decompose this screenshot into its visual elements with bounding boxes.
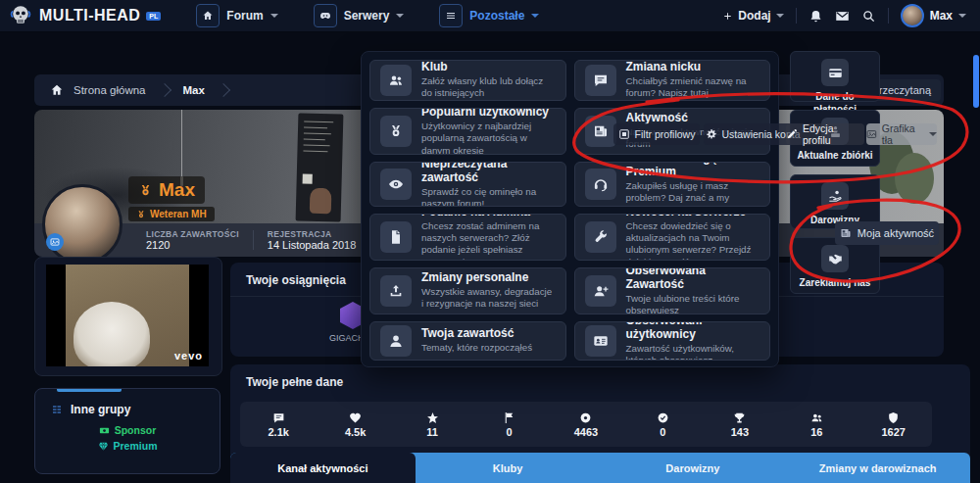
medal-icon	[136, 210, 146, 219]
stat-flags: 0	[470, 411, 547, 438]
scrollbar-thumb[interactable]	[973, 55, 979, 108]
medal-icon	[138, 183, 153, 198]
quick-menu: Dane do płatności Aktualne zbiórki Darow…	[790, 51, 880, 294]
cover-poster	[296, 113, 344, 221]
group-item-premium[interactable]: Premium	[35, 440, 220, 452]
stat-solved: 0	[624, 411, 701, 438]
chevron-down-icon	[531, 14, 539, 18]
flag-icon	[503, 411, 515, 424]
user-name: Max	[930, 9, 953, 23]
divider	[796, 8, 797, 24]
menu-item-zmiana-nicku[interactable]: Zmiana nickuChciałbyś zmienić nazwę na f…	[574, 60, 771, 101]
news-icon	[593, 123, 609, 139]
menu-item-zmiany-personalne[interactable]: Zmiany personalneWszystkie awansy, degra…	[369, 267, 566, 314]
upload-icon	[388, 283, 404, 299]
stats-row: 2.1k 4.5k 11 0 4463 0 143 16 1627	[240, 402, 932, 447]
wrench-icon	[593, 229, 609, 245]
stat-stars: 11	[394, 411, 470, 438]
menu-item-popularni[interactable]: Popularni użytkownicyUżytkownicy z najba…	[369, 108, 566, 155]
brand[interactable]: MULTI-HEAD PL	[0, 3, 161, 28]
group-item-sponsor[interactable]: Sponsor	[35, 424, 220, 436]
menu-item-dane-platnosci[interactable]: Dane do płatności	[790, 51, 880, 102]
chevron-down-icon	[270, 14, 278, 18]
nav-item-serwery[interactable]: Serwery	[314, 4, 405, 27]
search-icon[interactable]	[861, 9, 876, 24]
headset-icon	[593, 176, 609, 192]
handshake-icon	[828, 252, 843, 266]
nav-label-forum: Forum	[226, 9, 263, 23]
gem-icon	[98, 441, 109, 452]
chevron-down-icon	[776, 14, 784, 18]
chevron-right-icon	[217, 83, 230, 97]
groups-title: Inne grupy	[71, 403, 130, 416]
user-plus-icon	[593, 283, 609, 299]
pozostale-dropdown: KlubZałóż własny klub lub dołącz do istn…	[361, 51, 779, 367]
users-icon	[810, 411, 823, 424]
user-menu[interactable]: Max	[901, 4, 966, 27]
shield-icon	[887, 411, 900, 424]
disc-icon	[579, 411, 592, 424]
stat-registration: REJESTRACJA 14 Listopada 2018	[254, 229, 370, 251]
heart-icon	[349, 411, 362, 424]
vevo-watermark: vevo	[174, 350, 203, 362]
accent-bar	[57, 389, 122, 392]
avatar-edit-button[interactable]	[46, 233, 64, 251]
full-data-title: Twoje pełne dane	[230, 364, 970, 397]
file-icon	[388, 229, 404, 245]
video-thumbnail: vevo	[46, 265, 209, 366]
bell-icon[interactable]	[808, 9, 823, 24]
menu-item-obserwowani[interactable]: Obserwowani użytkownicyZawartość użytkow…	[574, 321, 771, 361]
menu-item-klub[interactable]: KlubZałóż własny klub lub dołącz do istn…	[369, 60, 566, 101]
menu-item-twoja-zawartosc[interactable]: Twoja zawartośćTematy, które rozpocząłeś	[369, 321, 566, 361]
trophy-icon	[733, 411, 746, 424]
skull-logo-icon	[8, 3, 33, 28]
my-activity-button[interactable]: Moja aktywność	[835, 221, 939, 245]
stat-posts: 2.1k	[240, 411, 317, 438]
menu-item-pomoc-premium[interactable]: Pomoc z Usługą PremiumZakupiłeś usługę i…	[574, 162, 771, 207]
cover-photo-button[interactable]: Grafika tła	[866, 123, 937, 145]
image-icon	[866, 128, 877, 140]
nav-item-forum[interactable]: Forum	[196, 4, 277, 27]
pencil-icon	[786, 128, 798, 140]
user-icon	[388, 333, 404, 349]
brand-name: MULTI-HEAD	[39, 7, 140, 24]
grid-icon	[51, 404, 63, 415]
nav-label-serwery: Serwery	[344, 9, 390, 23]
add-button[interactable]: Dodaj	[722, 9, 783, 23]
breadcrumb-current: Max	[183, 84, 205, 96]
gear-icon	[706, 128, 717, 140]
menu-item-zareklamuj[interactable]: Zareklamuj nas	[790, 237, 880, 294]
tab-donation-changes[interactable]: Zmiany w darowiznach	[785, 453, 970, 483]
image-icon	[50, 237, 60, 247]
mail-icon[interactable]	[835, 9, 850, 24]
video-subject	[74, 302, 150, 366]
id-card-icon	[593, 333, 609, 349]
profile-filter-button[interactable]: Filtr profilowy	[613, 123, 700, 145]
menu-item-obserwowana[interactable]: Obserwowana ZawartośćTwoje ulubione treś…	[574, 267, 771, 314]
tab-donations[interactable]: Darowizny	[601, 453, 786, 483]
video-widget[interactable]: vevo	[34, 257, 222, 376]
tab-activity-feed[interactable]: Kanał aktywności	[230, 453, 416, 483]
profile-tabs: Kanał aktywności Kluby Darowizny Zmiany …	[230, 453, 970, 483]
menu-item-nieprzeczytana[interactable]: Nieprzeczytana zawartośćSprawdź co cię o…	[369, 162, 566, 207]
discord-icon	[319, 10, 331, 22]
other-groups-widget: Inne grupy Sponsor Premium	[34, 388, 220, 474]
nav-item-pozostale[interactable]: Pozostałe	[439, 4, 539, 27]
star-icon	[426, 411, 439, 424]
users-icon	[388, 72, 404, 88]
frame-icon	[618, 128, 630, 140]
stat-reputation: 1627	[856, 411, 932, 438]
medal-icon	[388, 123, 404, 139]
chevron-right-icon	[157, 83, 171, 97]
comment-icon	[593, 72, 609, 88]
plus-icon	[722, 11, 733, 22]
chevron-down-icon	[929, 132, 937, 136]
edit-profile-button[interactable]: Edycja profilu	[786, 123, 864, 145]
home-icon[interactable]	[50, 83, 64, 97]
breadcrumb-home[interactable]: Strona główna	[74, 84, 146, 96]
menu-item-podanie[interactable]: Podanie na AdminaChcesz zostać adminem n…	[369, 214, 566, 261]
tab-clubs[interactable]: Kluby	[416, 453, 601, 483]
menu-item-nowosci[interactable]: Nowości na SerwerzeChcesz dowiedzieć się…	[574, 214, 771, 261]
eye-icon	[388, 176, 404, 192]
profile-rank-badge: Weteran MH	[128, 207, 215, 221]
